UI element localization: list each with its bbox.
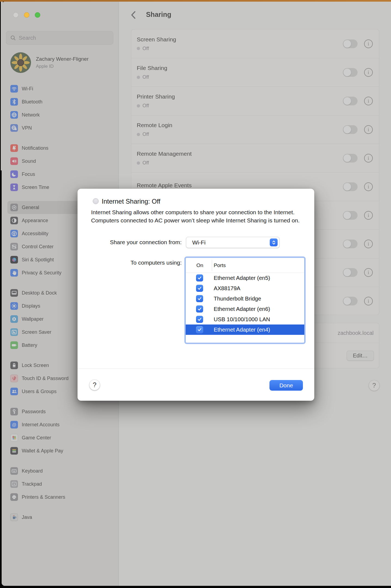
done-button[interactable]: Done bbox=[269, 380, 303, 391]
checkbox-checked-icon[interactable] bbox=[196, 274, 203, 281]
sidebar-item-label: Screen Saver bbox=[22, 329, 51, 335]
info-icon[interactable]: i bbox=[364, 268, 373, 277]
service-row-screen-sharing: Screen SharingOffi bbox=[131, 29, 379, 58]
info-icon[interactable]: i bbox=[364, 125, 373, 134]
service-toggle[interactable] bbox=[343, 125, 358, 134]
dialog-help-button[interactable]: ? bbox=[89, 379, 100, 390]
port-row-ethernet-adapter-en5[interactable]: Ethernet Adapter (en5) bbox=[186, 273, 304, 283]
moon-icon bbox=[10, 170, 18, 178]
info-icon[interactable]: i bbox=[364, 97, 373, 105]
minimize-button[interactable] bbox=[24, 12, 29, 18]
service-toggle[interactable] bbox=[343, 211, 358, 220]
appearance-icon bbox=[10, 217, 18, 224]
info-icon[interactable]: i bbox=[364, 297, 373, 305]
toggle-knob bbox=[343, 297, 351, 305]
users-icon bbox=[10, 388, 18, 395]
service-status: Off bbox=[137, 160, 343, 166]
bell-icon bbox=[10, 144, 18, 152]
printer-icon bbox=[10, 493, 18, 501]
port-row-thunderbolt-bridge[interactable]: Thunderbolt Bridge bbox=[186, 293, 304, 304]
sidebar-item-printers-scanners[interactable]: Printers & Scanners bbox=[7, 491, 114, 504]
sidebar-item-wallet-apple-pay[interactable]: Wallet & Apple Pay bbox=[7, 444, 114, 457]
sidebar-item-bluetooth[interactable]: Bluetooth bbox=[7, 95, 114, 108]
toggle-knob bbox=[343, 240, 351, 248]
sidebar-item-keyboard[interactable]: Keyboard bbox=[7, 464, 114, 477]
zoom-button[interactable] bbox=[35, 12, 40, 18]
sidebar-item-label: Sound bbox=[22, 158, 36, 164]
port-label: Ethernet Adapter (en6) bbox=[214, 306, 270, 312]
checkbox-checked-icon[interactable] bbox=[196, 326, 203, 333]
sidebar-item-passwords[interactable]: Passwords bbox=[7, 405, 114, 418]
java-cup-icon bbox=[10, 513, 18, 521]
profile-name: Zachary Wener-Fligner bbox=[36, 56, 89, 62]
info-icon[interactable]: i bbox=[364, 68, 373, 77]
screen: Search Zachary Wener bbox=[0, 0, 391, 588]
search-input[interactable]: Search bbox=[6, 31, 113, 45]
checkbox-checked-icon[interactable] bbox=[196, 305, 203, 313]
service-toggle[interactable] bbox=[343, 240, 358, 248]
popup-stepper-icon bbox=[270, 238, 278, 246]
sidebar-item-label: Wi-Fi bbox=[22, 86, 33, 92]
service-toggle[interactable] bbox=[343, 297, 358, 305]
apple-id-profile[interactable]: Zachary Wener-Fligner Apple ID bbox=[10, 52, 114, 73]
dialog-title: Internet Sharing: Off bbox=[102, 198, 160, 205]
sidebar-item-game-center[interactable]: Game Center bbox=[7, 431, 114, 444]
service-toggle[interactable] bbox=[343, 68, 358, 77]
sidebar-item-label: General bbox=[22, 205, 39, 210]
toggle-knob bbox=[343, 97, 351, 105]
port-row-ethernet-adapter-en6[interactable]: Ethernet Adapter (en6) bbox=[186, 304, 304, 314]
service-status: Off bbox=[137, 46, 343, 51]
edit-button[interactable]: Edit… bbox=[347, 351, 374, 361]
service-status-label: Off bbox=[142, 160, 149, 166]
info-icon[interactable]: i bbox=[364, 182, 373, 191]
checkbox-checked-icon[interactable] bbox=[196, 295, 203, 302]
service-row-printer-sharing: Printer SharingOffi bbox=[131, 87, 379, 115]
ports-table: On Ports Ethernet Adapter (en5)AX88179AT… bbox=[185, 258, 305, 343]
service-toggle[interactable] bbox=[343, 268, 358, 277]
status-dot-icon bbox=[137, 133, 140, 136]
service-toggle[interactable] bbox=[343, 182, 358, 191]
share-from-popup[interactable]: Wi-Fi bbox=[186, 237, 280, 248]
port-row-ax88179a[interactable]: AX88179A bbox=[186, 283, 304, 293]
sidebar-item-label: Wallet & Apple Pay bbox=[22, 448, 63, 454]
sidebar-item-label: Focus bbox=[22, 171, 35, 177]
sidebar-item-java[interactable]: Java bbox=[7, 511, 114, 524]
sidebar-section: Java bbox=[7, 511, 114, 524]
dialog-description: Internet Sharing allows other computers … bbox=[91, 208, 312, 224]
share-from-label: Share your connection from: bbox=[77, 239, 182, 246]
port-row-ethernet-adapter-en4[interactable]: Ethernet Adapter (en4) bbox=[186, 324, 304, 335]
sidebar-item-notifications[interactable]: Notifications bbox=[7, 142, 114, 155]
back-button[interactable] bbox=[129, 10, 137, 20]
ports-table-body: Ethernet Adapter (en5)AX88179AThunderbol… bbox=[186, 273, 304, 335]
port-row-usb-10-100-1000-lan[interactable]: USB 10/100/1000 LAN bbox=[186, 314, 304, 324]
info-icon[interactable]: i bbox=[364, 240, 373, 248]
toggle-knob bbox=[343, 269, 351, 276]
service-row-remote-login: Remote LoginOffi bbox=[131, 115, 379, 144]
sidebar-item-trackpad[interactable]: Trackpad bbox=[7, 477, 114, 491]
port-label: USB 10/100/1000 LAN bbox=[214, 316, 270, 323]
service-toggle[interactable] bbox=[343, 39, 358, 48]
checkbox-checked-icon[interactable] bbox=[196, 316, 203, 323]
help-button[interactable]: ? bbox=[369, 380, 380, 391]
sidebar-item-label: Touch ID & Password bbox=[22, 376, 69, 381]
info-icon[interactable]: i bbox=[364, 39, 373, 48]
siri-icon bbox=[10, 256, 18, 264]
column-divider bbox=[212, 260, 212, 271]
sidebar-item-wi-fi[interactable]: Wi-Fi bbox=[7, 82, 114, 95]
accessibility-icon bbox=[10, 230, 18, 237]
sidebar-item-focus[interactable]: Focus bbox=[7, 168, 114, 181]
sidebar-item-network[interactable]: Network bbox=[7, 108, 114, 121]
close-button[interactable] bbox=[13, 12, 18, 18]
service-status: Off bbox=[137, 74, 343, 80]
battery-icon bbox=[10, 341, 18, 349]
sidebar-item-vpn[interactable]: VPN bbox=[7, 121, 114, 134]
info-icon[interactable]: i bbox=[364, 211, 373, 220]
checkbox-checked-icon[interactable] bbox=[196, 285, 203, 292]
sidebar-item-sound[interactable]: Sound bbox=[7, 155, 114, 168]
info-icon[interactable]: i bbox=[364, 154, 373, 163]
service-toggle[interactable] bbox=[343, 154, 358, 163]
speaker-icon bbox=[10, 157, 18, 165]
sidebar-item-internet-accounts[interactable]: @Internet Accounts bbox=[7, 418, 114, 431]
service-toggle[interactable] bbox=[343, 97, 358, 105]
desktop-dock-icon bbox=[10, 289, 18, 297]
